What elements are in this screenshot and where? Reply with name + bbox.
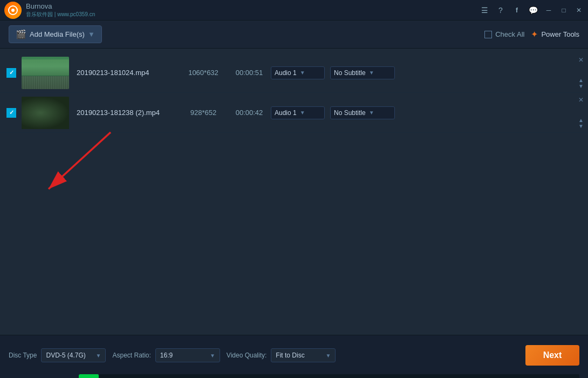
add-media-icon: 🎬 xyxy=(16,29,26,39)
watermark: 音乐软件园 | www.pc0359.cn xyxy=(26,11,95,18)
title-bar-right: ☰ ? f 💬 ─ □ ✕ xyxy=(479,5,584,16)
aspect-ratio-select[interactable]: 16:9 ▼ xyxy=(155,348,220,362)
disc-type-select[interactable]: DVD-5 (4.7G) ▼ xyxy=(41,348,106,362)
capacity-row: Estimated Capacity: 0.5GB 1GB 1.5GB 2GB … xyxy=(9,374,579,378)
add-media-button[interactable]: 🎬 Add Media File(s) ▼ xyxy=(9,25,102,43)
file-1-thumbnail xyxy=(22,57,69,89)
file-2-resolution: 928*652 xyxy=(179,109,228,117)
power-tools-button[interactable]: ✦ Power Tools xyxy=(531,29,579,39)
table-row: ✕ ▲ ▼ 20190213-181024.mp4 1060*632 00:00… xyxy=(0,53,588,93)
move-down-2-button[interactable]: ▼ xyxy=(578,124,584,129)
menu-icon[interactable]: ☰ xyxy=(479,5,490,16)
capacity-bar-fill xyxy=(79,374,99,378)
move-down-1-button[interactable]: ▼ xyxy=(578,84,584,89)
remove-file-2-button[interactable]: ✕ xyxy=(578,96,584,104)
app-logo xyxy=(4,2,22,19)
remove-file-1-button[interactable]: ✕ xyxy=(578,56,584,64)
file-2-thumbnail xyxy=(22,97,69,129)
file-2-subtitle-select[interactable]: No Subtitle ▼ xyxy=(330,106,395,119)
bottom-controls-row: Disc Type DVD-5 (4.7G) ▼ Aspect Ratio: 1… xyxy=(9,342,579,369)
row-2-arrows: ▲ ▼ xyxy=(578,118,584,129)
chat-icon[interactable]: 💬 xyxy=(528,5,538,16)
check-all-area[interactable]: Check All xyxy=(484,30,524,38)
bottom-bar: Disc Type DVD-5 (4.7G) ▼ Aspect Ratio: 1… xyxy=(0,335,588,378)
help-icon[interactable]: ? xyxy=(495,5,506,16)
subtitle-2-arrow-icon: ▼ xyxy=(369,110,374,116)
file-list: ✕ ▲ ▼ 20190213-181024.mp4 1060*632 00:00… xyxy=(0,49,588,335)
disc-type-group: Disc Type DVD-5 (4.7G) ▼ xyxy=(9,348,106,362)
maximize-button[interactable]: □ xyxy=(559,5,569,15)
minimize-button[interactable]: ─ xyxy=(544,5,553,15)
capacity-bar-container xyxy=(79,374,579,378)
move-up-1-button[interactable]: ▲ xyxy=(578,78,584,83)
aspect-ratio-value: 16:9 xyxy=(160,352,173,359)
video-quality-label: Video Quality: xyxy=(227,352,267,359)
file-2-subtitle-value: No Subtitle xyxy=(334,109,366,117)
svg-point-1 xyxy=(11,9,15,12)
move-up-2-button[interactable]: ▲ xyxy=(578,118,584,123)
close-button[interactable]: ✕ xyxy=(574,5,584,15)
file-1-audio-value: Audio 1 xyxy=(275,69,297,77)
toolbar-left: 🎬 Add Media File(s) ▼ xyxy=(9,25,102,43)
next-button[interactable]: Next xyxy=(525,345,579,366)
aspect-ratio-label: Aspect Ratio: xyxy=(112,352,151,359)
file-2-audio-value: Audio 1 xyxy=(275,109,297,117)
file-1-subtitle-select[interactable]: No Subtitle ▼ xyxy=(330,66,395,79)
facebook-icon[interactable]: f xyxy=(511,5,522,16)
row-1-arrows: ▲ ▼ xyxy=(578,78,584,89)
video-quality-value: Fit to Disc xyxy=(276,352,304,359)
power-tools-icon: ✦ xyxy=(531,29,538,39)
audio-2-arrow-icon: ▼ xyxy=(300,110,305,116)
file-1-checkbox[interactable] xyxy=(6,68,16,78)
file-1-name: 20190213-181024.mp4 xyxy=(77,69,174,77)
add-media-arrow-icon: ▼ xyxy=(88,30,95,38)
title-bar: Burnova 音乐软件园 | www.pc0359.cn ☰ ? f 💬 ─ … xyxy=(0,0,588,21)
file-1-audio-select[interactable]: Audio 1 ▼ xyxy=(271,66,325,79)
file-2-audio-select[interactable]: Audio 1 ▼ xyxy=(271,106,325,119)
disc-type-label: Disc Type xyxy=(9,352,37,359)
check-all-checkbox[interactable] xyxy=(484,31,492,38)
file-2-name: 20190213-181238 (2).mp4 xyxy=(77,109,174,117)
toolbar-right: Check All ✦ Power Tools xyxy=(484,29,579,39)
file-1-duration: 00:00:51 xyxy=(228,69,271,77)
audio-1-arrow-icon: ▼ xyxy=(300,70,305,76)
disc-type-value: DVD-5 (4.7G) xyxy=(46,352,85,359)
file-1-subtitle-value: No Subtitle xyxy=(334,69,366,77)
table-row: ✕ ▲ ▼ 20190213-181238 (2).mp4 928*652 00… xyxy=(0,93,588,133)
video-quality-arrow-icon: ▼ xyxy=(325,353,331,359)
video-quality-group: Video Quality: Fit to Disc ▼ xyxy=(227,348,336,362)
aspect-ratio-arrow-icon: ▼ xyxy=(210,353,215,359)
subtitle-1-arrow-icon: ▼ xyxy=(369,70,374,76)
file-2-checkbox[interactable] xyxy=(6,108,16,118)
app-title: Burnova xyxy=(26,2,95,10)
add-media-label: Add Media File(s) xyxy=(30,30,85,38)
check-all-label: Check All xyxy=(495,30,524,38)
video-quality-select[interactable]: Fit to Disc ▼ xyxy=(271,348,336,362)
power-tools-label: Power Tools xyxy=(541,30,579,38)
aspect-ratio-group: Aspect Ratio: 16:9 ▼ xyxy=(112,348,220,362)
title-bar-left: Burnova 音乐软件园 | www.pc0359.cn xyxy=(4,2,95,19)
file-2-duration: 00:00:42 xyxy=(228,109,271,117)
file-1-resolution: 1060*632 xyxy=(179,69,228,77)
disc-type-arrow-icon: ▼ xyxy=(96,353,101,359)
toolbar: 🎬 Add Media File(s) ▼ Check All ✦ Power … xyxy=(0,21,588,49)
capacity-bar-section: 0.5GB 1GB 1.5GB 2GB 2.5GB 3GB 3.5GB 4GB … xyxy=(79,374,579,378)
